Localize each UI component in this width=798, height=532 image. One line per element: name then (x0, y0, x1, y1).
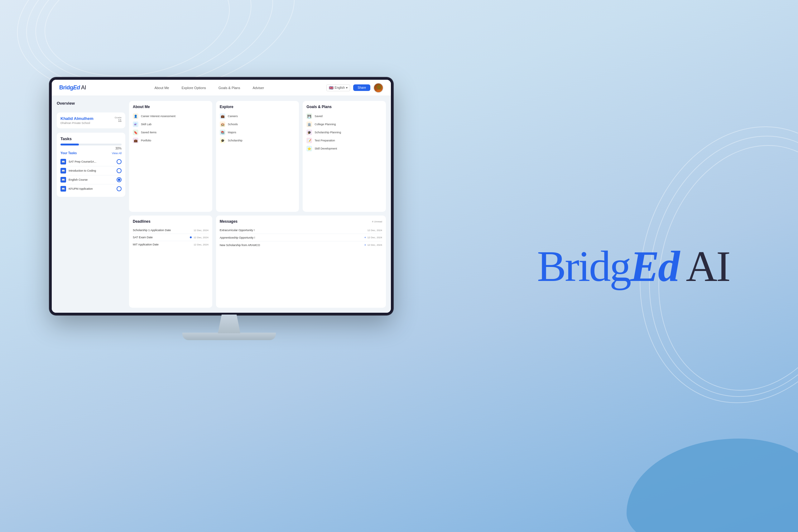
goals-scholarship-label: Scholarship Planning (314, 131, 341, 134)
message-date-2: 12 Dec, 2024 (367, 236, 382, 239)
message-item-1[interactable]: Extracurricular Opportunity ! 12 Dec, 20… (220, 227, 382, 234)
task-item[interactable]: 📖 SAT Prep CourseSA... (60, 157, 122, 166)
test-prep-label: Test Preparation (314, 139, 335, 142)
deadline-name-2: SAT Exam Date (133, 236, 188, 239)
nav-goals-plans[interactable]: Goals & Plans (216, 85, 243, 91)
skilllab-icon: ⚗️ (133, 121, 139, 127)
grade-value: 11 (115, 119, 122, 122)
deadline-date-2: 12 Dec, 2024 (194, 236, 208, 239)
flag-icon: 🇬🇧 (329, 86, 333, 90)
scholarship-icon: 🎓 (220, 138, 225, 143)
message-date-1: 12 Dec, 2024 (367, 229, 382, 232)
task-item-2[interactable]: 📖 Introduction to Coding (60, 166, 122, 175)
panels-grid: About Me 👤 Career Interest Assessment ⚗️… (129, 101, 386, 308)
skill-dev-icon: ⭐ (306, 146, 312, 151)
brand-logo: BridgEd AI (537, 244, 729, 288)
nav-about-me[interactable]: About Me (152, 85, 171, 91)
task-item-4[interactable]: 📖 KFUPM Application (60, 184, 122, 193)
career-icon: 👤 (133, 113, 139, 119)
task-circle-4[interactable] (116, 186, 122, 191)
nav-adviser[interactable]: Adviser (250, 85, 267, 91)
goals-plans-title: Goals & Plans (306, 104, 382, 109)
stand-base (182, 332, 276, 340)
tasks-title: Tasks (60, 136, 72, 141)
nav-right: 🇬🇧 English ▾ Share (326, 83, 384, 93)
svg-point-1 (376, 90, 382, 93)
nav-links: About Me Explore Options Goals & Plans A… (98, 85, 320, 91)
goals-saved[interactable]: 💾 Saved (306, 112, 382, 120)
task-circle-1[interactable] (116, 159, 122, 164)
explore-careers[interactable]: 💼 Careers (220, 112, 295, 120)
task-circle-fill-3 (118, 178, 120, 181)
profile-school: Dhahran Private School (60, 121, 93, 125)
goals-college[interactable]: 🏛️ College Planning (306, 120, 382, 128)
schools-icon: 🏫 (220, 121, 225, 127)
monitor: BridgEd AI About Me Explore Options Goal… (50, 78, 409, 340)
brand-logo-text: BridgEd AI (537, 244, 729, 288)
explore-panel: Explore 💼 Careers 🏫 Schools 📚 Majors (216, 101, 299, 212)
share-button[interactable]: Share (353, 84, 370, 91)
navbar: BridgEd AI About Me Explore Options Goal… (52, 80, 391, 96)
profile-card: Khalid Almulhem Dhahran Private School G… (57, 112, 125, 128)
deadline-item-3[interactable]: MIT Application Date 12 Dec, 2024 (133, 241, 208, 248)
language-label: English (335, 86, 345, 89)
your-tasks-label: Your Tasks (60, 151, 77, 155)
brand-bridge: Bridg (537, 242, 630, 290)
logo-ai: AI (80, 84, 86, 91)
profile-name: Khalid Almulhem (60, 116, 93, 121)
explore-schools[interactable]: 🏫 Schools (220, 120, 295, 128)
task-item-3[interactable]: 📖 English Course (60, 175, 122, 184)
explore-scholarship[interactable]: 🎓 Scholarship (220, 136, 295, 145)
message-item-2[interactable]: Apprenticeship Opportunity ! + 12 Dec, 2… (220, 234, 382, 241)
tasks-header: Tasks (60, 136, 122, 141)
deadline-name-3: MIT Application Date (133, 243, 194, 246)
goals-scholarship[interactable]: 🎓 Scholarship Planning (306, 128, 382, 136)
about-me-panel: About Me 👤 Career Interest Assessment ⚗️… (129, 101, 212, 212)
main-content: Overview Khalid Almulhem Dhahran Private… (52, 96, 391, 313)
explore-title: Explore (220, 104, 295, 109)
message-name-1: Extracurricular Opportunity ! (220, 229, 367, 232)
task-circle-3[interactable] (116, 177, 122, 182)
about-me-saveditems[interactable]: 🔖 Saved Items (133, 128, 208, 136)
your-tasks-header: Your Tasks View All (60, 151, 122, 155)
language-selector[interactable]: 🇬🇧 English ▾ (326, 84, 350, 91)
task-name-2: Introduction to Coding (69, 169, 114, 172)
monitor-screen: BridgEd AI About Me Explore Options Goal… (50, 78, 393, 315)
careers-label: Careers (228, 115, 238, 118)
about-me-portfolio[interactable]: 💼 Portfolio (133, 136, 208, 145)
saveditems-label: Saved Items (141, 131, 157, 134)
view-all-link[interactable]: View All (112, 152, 122, 155)
skilllab-label: Skill Lab (141, 123, 151, 126)
message-item-3[interactable]: New Scholarship from ARAMCO + 12 Dec, 20… (220, 241, 382, 249)
task-name-1: SAT Prep CourseSA... (69, 160, 114, 163)
goals-test-prep[interactable]: 📝 Test Preparation (306, 136, 382, 145)
explore-majors[interactable]: 📚 Majors (220, 128, 295, 136)
logo-ed: Ed (73, 84, 80, 91)
college-label: College Planning (314, 123, 336, 126)
deadline-item-2[interactable]: SAT Exam Date 12 Dec, 2024 (133, 234, 208, 241)
about-me-title: About Me (133, 104, 208, 109)
nav-explore-options[interactable]: Explore Options (179, 85, 208, 91)
deadline-item-1[interactable]: Scholarship 1 Application Date 12 Dec, 2… (133, 227, 208, 234)
progress-percent: 30% (60, 147, 122, 150)
nav-logo: BridgEd AI (59, 84, 86, 91)
about-me-career[interactable]: 👤 Career Interest Assessment (133, 112, 208, 120)
deadline-dot-2 (190, 236, 192, 238)
brand-ai: AI (678, 242, 729, 290)
progress-bar-fill (60, 144, 79, 146)
task-circle-2[interactable] (116, 168, 122, 173)
svg-point-0 (377, 85, 381, 89)
stand-neck (211, 315, 248, 333)
careers-icon: 💼 (220, 113, 225, 119)
deadline-date-3: 12 Dec, 2024 (194, 243, 208, 246)
plus-icon-2: + (364, 236, 366, 239)
deadlines-title: Deadlines (133, 219, 208, 224)
saved-icon: 💾 (306, 113, 312, 119)
portfolio-icon: 💼 (133, 138, 139, 143)
about-me-skilllab[interactable]: ⚗️ Skill Lab (133, 120, 208, 128)
brand-ed: Ed (630, 242, 678, 290)
user-avatar[interactable] (374, 83, 383, 93)
goals-skill-dev[interactable]: ⭐ Skill Development (306, 145, 382, 153)
messages-title: Messages (220, 219, 237, 224)
grade-label: Grade (115, 116, 122, 119)
